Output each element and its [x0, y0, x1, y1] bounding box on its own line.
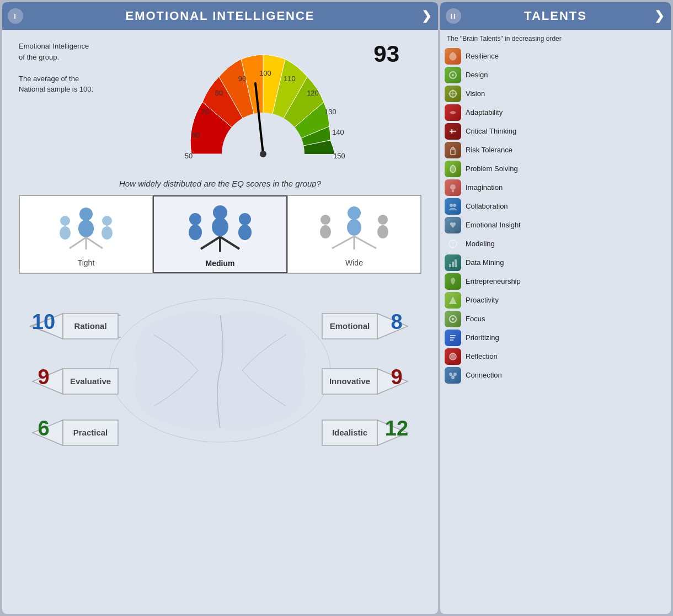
svg-text:130: 130 [324, 108, 336, 116]
talent-item-data-mining[interactable]: Data Mining [445, 254, 666, 271]
svg-point-93 [451, 376, 455, 379]
talent-item-resilience[interactable]: Resilience [445, 48, 666, 65]
talents-subtitle: The "Brain Talents" in decreasing order [440, 30, 671, 46]
svg-line-30 [201, 237, 220, 249]
svg-text:Innovative: Innovative [329, 376, 370, 386]
main-container: I EMOTIONAL INTELLIGENCE ❯ Emotional Int… [0, 0, 673, 616]
talent-item-prioritizing[interactable]: Prioritizing [445, 330, 666, 346]
dist-box-tight[interactable]: Tight [19, 195, 153, 273]
talent-name-resilience: Resilience [466, 52, 499, 60]
left-panel: I EMOTIONAL INTELLIGENCE ❯ Emotional Int… [2, 2, 438, 614]
talent-item-critical-thinking[interactable]: Critical Thinking [445, 123, 666, 140]
svg-line-21 [70, 237, 86, 248]
talent-name-problem-solving: Problem Solving [466, 164, 518, 173]
dist-box-medium[interactable]: Medium [153, 195, 287, 273]
problem-solving-icon [445, 161, 461, 177]
svg-text:9: 9 [38, 365, 49, 389]
risk-tolerance-icon [445, 142, 461, 158]
right-panel-num: II [446, 8, 461, 24]
svg-text:Emotional: Emotional [330, 321, 370, 331]
modeling-icon [445, 236, 461, 252]
svg-point-15 [79, 208, 93, 221]
talent-item-connection[interactable]: Connection [445, 367, 666, 384]
svg-text:80: 80 [215, 89, 222, 97]
left-panel-arrow[interactable]: ❯ [421, 9, 432, 23]
talent-name-imagination: Imagination [466, 183, 503, 192]
svg-point-18 [60, 226, 71, 240]
svg-text:6: 6 [38, 417, 49, 440]
talent-item-problem-solving[interactable]: Problem Solving [445, 161, 666, 177]
svg-marker-84 [449, 296, 457, 304]
talent-name-critical-thinking: Critical Thinking [466, 127, 516, 135]
svg-point-29 [238, 225, 252, 240]
tight-icon [47, 204, 125, 254]
svg-rect-82 [452, 262, 454, 267]
talent-item-vision[interactable]: Vision [445, 86, 666, 102]
talent-name-vision: Vision [466, 89, 485, 98]
svg-line-41 [354, 236, 376, 248]
gauge-score: 93 [373, 41, 399, 67]
critical-thinking-icon [445, 123, 461, 140]
gauge-chart: 50 60 70 80 90 100 110 120 130 140 150 [147, 41, 379, 168]
talent-item-entrepreneurship[interactable]: Entrepreneurship [445, 273, 666, 290]
svg-text:140: 140 [332, 128, 344, 136]
gauge-desc-line1: Emotional Intelligence [19, 42, 89, 50]
resilience-icon [445, 48, 461, 65]
talent-item-modeling[interactable]: Modeling [445, 236, 666, 252]
right-panel-arrow[interactable]: ❯ [654, 9, 665, 23]
vision-icon [445, 86, 461, 102]
entrepreneurship-icon [445, 273, 461, 290]
svg-point-16 [78, 220, 94, 237]
talent-item-reflection[interactable]: Reflection [445, 348, 666, 365]
svg-point-28 [239, 213, 251, 225]
dist-box-wide[interactable]: Wide [287, 195, 421, 273]
svg-point-14 [260, 151, 266, 157]
talent-item-emotional-insight[interactable]: Emotional Insight [445, 217, 666, 233]
gauge-section: Emotional Intelligence of the group. The… [2, 30, 438, 173]
svg-text:60: 60 [191, 131, 199, 139]
svg-text:8: 8 [391, 310, 402, 333]
reflection-icon [445, 348, 461, 365]
brain-diagram: Rational Emotional 10 8 Evaluative Innov… [27, 285, 413, 456]
medium-icon [181, 205, 259, 254]
svg-text:Evaluative: Evaluative [70, 376, 111, 386]
svg-line-39 [332, 236, 354, 248]
svg-point-25 [212, 217, 228, 236]
talent-name-proactivity: Proactivity [466, 296, 499, 304]
talent-item-design[interactable]: Design [445, 67, 666, 83]
gauge-container: 93 [104, 41, 421, 168]
svg-rect-76 [452, 190, 454, 192]
svg-text:10: 10 [32, 310, 55, 333]
svg-point-38 [377, 225, 388, 238]
data-mining-icon [445, 254, 461, 271]
talent-name-prioritizing: Prioritizing [466, 333, 499, 342]
distribution-boxes: Tight [19, 195, 421, 274]
talents-header: II TALENTS ❯ [440, 2, 671, 30]
svg-text:120: 120 [307, 89, 319, 97]
talent-name-focus: Focus [466, 315, 485, 323]
svg-point-36 [320, 225, 331, 238]
svg-point-33 [348, 206, 361, 220]
talent-item-risk-tolerance[interactable]: Risk Tolerance [445, 142, 666, 158]
svg-text:12: 12 [385, 417, 408, 440]
svg-point-20 [102, 226, 113, 240]
right-panel: II TALENTS ❯ The "Brain Talents" in decr… [440, 2, 671, 614]
talent-item-focus[interactable]: Focus [445, 311, 666, 327]
svg-point-91 [449, 373, 452, 376]
talent-item-adaptability[interactable]: Adaptability [445, 104, 666, 121]
talent-item-collaboration[interactable]: Collaboration [445, 198, 666, 215]
talent-item-proactivity[interactable]: Proactivity [445, 292, 666, 309]
talent-item-imagination[interactable]: Imagination [445, 179, 666, 196]
connection-icon [445, 367, 461, 384]
svg-text:Rational: Rational [74, 321, 106, 331]
svg-text:150: 150 [333, 152, 345, 160]
svg-point-17 [60, 216, 70, 226]
svg-line-23 [86, 237, 103, 248]
svg-point-92 [453, 373, 457, 376]
brain-section: Rational Emotional 10 8 Evaluative Innov… [2, 279, 438, 467]
svg-text:110: 110 [284, 75, 296, 83]
svg-text:Practical: Practical [73, 428, 108, 437]
svg-point-26 [189, 213, 201, 225]
imagination-icon [445, 179, 461, 196]
talent-list: Resilience Design Vision Adaptability [440, 46, 671, 386]
